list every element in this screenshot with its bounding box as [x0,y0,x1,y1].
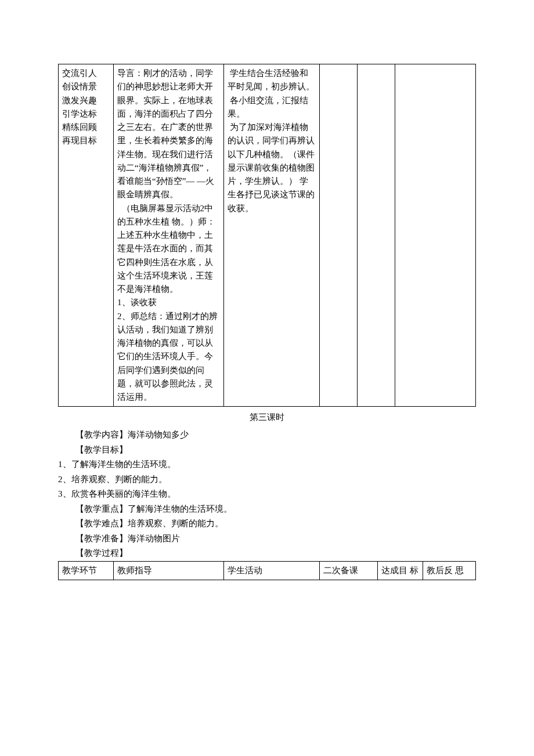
col-empty-2 [358,64,395,407]
col-teacher-guidance: 导言：刚才的活动，同学们的神思妙想让老师大开眼界。实际上，在地球表面，海洋的面积… [114,64,224,407]
lesson-table-header: 教学环节 教师指导 学生活动 二次备课 达成目 标 教后反 思 [58,561,476,580]
teaching-keypoint: 【教学重点】了解海洋生物的生活环境。 [58,502,476,517]
goal-item: 1、了解海洋生物的生活环境。 [58,457,476,472]
prep-label: 【教学准备】 [75,534,128,543]
stage-line: 引学达标 [62,107,110,121]
col-empty-3 [395,64,476,407]
stage-line: 交流引人 [62,67,110,80]
keypoint-label: 【教学重点】 [75,504,128,513]
col-stage: 交流引人 创设情景 激发兴趣 引学达标 精练回顾 再现目标 [59,64,114,407]
goal-item: 3、欣赏各种美丽的海洋生物。 [58,487,476,502]
stage-line: 再现目标 [62,134,110,147]
difficulty-label: 【教学难点】 [75,519,128,528]
teaching-process-label: 【教学过程】 [58,546,476,561]
table-header-row: 教学环节 教师指导 学生活动 二次备课 达成目 标 教后反 思 [59,561,476,580]
lesson-title: 第三课时 [58,410,476,424]
stage-line: 激发兴趣 [62,94,110,107]
teaching-prep: 【教学准备】海洋动物图片 [58,531,476,547]
difficulty-text: 培养观察、判断的能力。 [128,519,223,528]
stage-line: 精练回顾 [62,121,110,134]
header-stage: 教学环节 [59,561,114,580]
teaching-difficulty: 【教学难点】培养观察、判断的能力。 [58,516,476,531]
goal-item: 2、培养观察、判断的能力。 [58,472,476,487]
prep-text: 海洋动物图片 [128,534,180,543]
header-secondary: 二次备课 [320,561,378,580]
header-student: 学生活动 [224,561,320,580]
teaching-goal-label: 【教学目标】 [58,443,476,458]
stage-line: 创设情景 [62,80,110,93]
header-achieve: 达成目 标 [378,561,423,580]
col-empty-1 [320,64,358,407]
content-label: 【教学内容】 [75,430,128,439]
header-teacher: 教师指导 [114,561,224,580]
keypoint-text: 了解海洋生物的生活环境。 [128,504,232,513]
table-row: 交流引人 创设情景 激发兴趣 引学达标 精练回顾 再现目标 导言：刚才的活动，同… [59,64,476,407]
header-reflect: 教后反 思 [423,561,476,580]
lesson-table-continued: 交流引人 创设情景 激发兴趣 引学达标 精练回顾 再现目标 导言：刚才的活动，同… [58,64,476,407]
teaching-content: 【教学内容】海洋动物知多少 [58,428,476,443]
content-text: 海洋动物知多少 [128,430,189,439]
col-student-activity: 学生结合生活经验和平时见闻，初步辨认。 各小组交流，汇报结果。 为了加深对海洋植… [224,64,320,407]
